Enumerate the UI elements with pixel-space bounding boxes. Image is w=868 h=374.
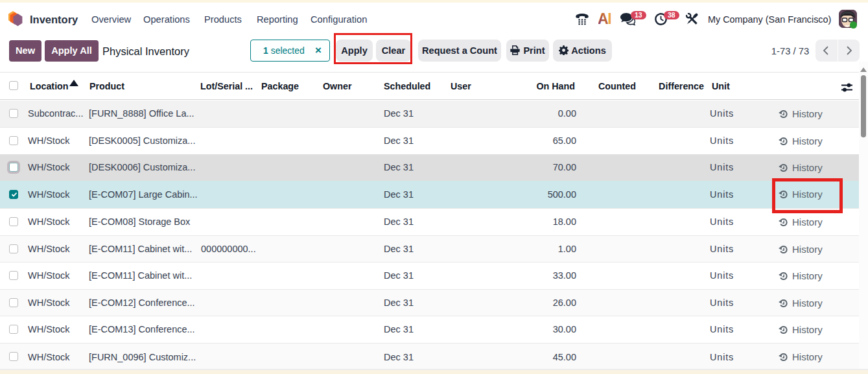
svg-text:I: I (607, 13, 611, 25)
